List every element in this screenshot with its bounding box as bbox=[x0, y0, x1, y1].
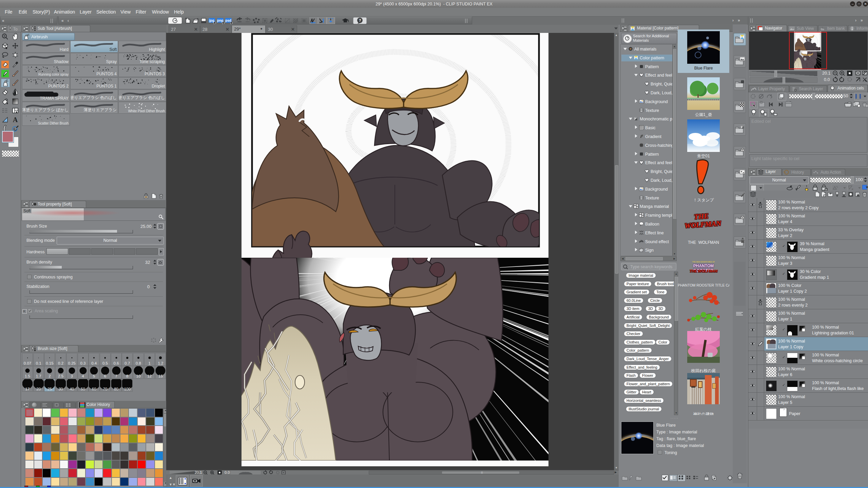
svg-text:A: A bbox=[13, 116, 18, 123]
svg-text:?: ? bbox=[359, 18, 361, 22]
svg-text:png: png bbox=[217, 19, 223, 22]
svg-text:psd: psd bbox=[225, 19, 231, 22]
svg-text:jpg: jpg bbox=[209, 19, 214, 22]
svg-text:0.0: 0.0 bbox=[225, 470, 230, 474]
